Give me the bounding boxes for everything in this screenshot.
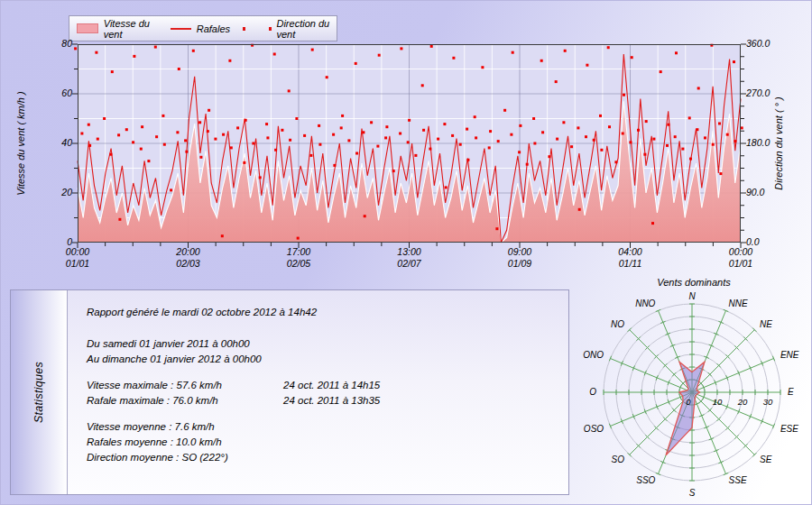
x-tick-label: 13:0002/07 [381,246,438,270]
svg-text:ESE: ESE [780,424,798,434]
svg-text:ENE: ENE [780,350,799,360]
svg-text:ONO: ONO [583,350,604,360]
svg-text:NNE: NNE [729,298,748,308]
x-tick-label: 00:0001/01 [49,246,106,270]
statistics-content: Rapport généré le mardi 02 octobre 2012 … [67,290,568,494]
svg-text:NE: NE [760,319,772,329]
svg-text:10: 10 [713,397,723,407]
period-to-line: Au dimanche 01 janvier 2012 à 00h00 [87,354,262,364]
statistics-side-strip: Statistiques [11,290,68,494]
svg-text:E: E [788,387,794,397]
legend-gust-label: Rafales [197,23,230,34]
svg-text:SE: SE [760,454,772,464]
wind-rose: NNNENEENEEESESESSESSSOSOOSOOONONONNO0102… [577,288,811,500]
svg-text:N: N [688,291,696,301]
average-direction-line: Direction moyenne : SO (222°) [87,452,228,463]
y-right-tick-label: 180.0 [746,137,782,148]
direction-dot-icon [269,27,272,31]
max-gust-datetime: 24 oct. 2011 à 13h35 [283,393,568,409]
y-left-tick-label: 20 [42,187,72,197]
period-from-line: Du samedi 01 janvier 2011 à 00h00 [87,338,250,349]
max-speed-value: Vitesse maximale : 57.6 km/h [87,378,283,393]
max-speed-datetime: 24 oct. 2011 à 14h15 [283,378,568,393]
max-gust-value: Rafale maximale : 76.0 km/h [87,393,283,409]
x-tick-label: 04:0001/11 [602,246,660,270]
y-axis-left-label: Vitesse du vent ( km/h ) [15,71,26,216]
svg-text:NO: NO [611,319,624,329]
chart-legend: Vitesse du vent Rafales Direction du ven… [69,15,337,41]
svg-text:NNO: NNO [635,298,655,308]
statistics-panel: Statistiques Rapport généré le mardi 02 … [10,289,569,495]
x-tick-label: 20:0002/03 [160,246,217,270]
wind-timeseries-svg [78,44,741,243]
legend-speed-label: Vitesse du vent [104,18,158,40]
y-left-tick-label: 60 [42,87,72,98]
wind-report-page: Vitesse du vent Rafales Direction du ven… [0,0,812,505]
average-speed-line: Vitesse moyenne : 7.6 km/h [87,421,215,432]
x-tick-label: 17:0002/05 [270,246,328,270]
plot-area [78,44,741,243]
x-tick-label: 09:0001/09 [491,246,549,270]
svg-text:SO: SO [612,454,625,464]
y-left-tick-label: 40 [42,137,72,148]
average-gust-line: Rafales moyenne : 10.0 km/h [87,436,222,447]
svg-text:S: S [689,488,696,498]
svg-text:30: 30 [763,397,773,407]
y-right-tick-label: 360.0 [746,38,782,49]
wind-rose-svg: NNNENEENEEESESESSESSSOSOOSOOONONONNO0102… [577,288,811,500]
direction-dot-icon [243,27,245,31]
gust-line-icon [171,28,191,30]
y-right-tick-label: 270.0 [746,87,782,98]
x-tick-label: 00:0001/01 [712,246,770,270]
svg-text:0: 0 [686,397,691,407]
y-right-tick-label: 90.0 [746,187,782,197]
svg-text:OSO: OSO [584,424,604,434]
report-generated-line: Rapport généré le mardi 02 octobre 2012 … [87,305,568,320]
statistics-panel-label: Statistiques [32,362,45,423]
maxima-rows: Vitesse maximale : 57.6 km/h 24 oct. 201… [87,378,568,409]
wind-rose-title: Vents dominants [577,277,811,288]
y-left-tick-label: 80 [42,38,72,49]
svg-text:SSO: SSO [636,475,655,485]
svg-text:20: 20 [737,397,748,407]
svg-text:O: O [589,387,596,397]
speed-area-swatch-icon [77,23,98,33]
svg-text:SSE: SSE [729,475,747,485]
legend-direction-label: Direction du vent [276,18,337,40]
